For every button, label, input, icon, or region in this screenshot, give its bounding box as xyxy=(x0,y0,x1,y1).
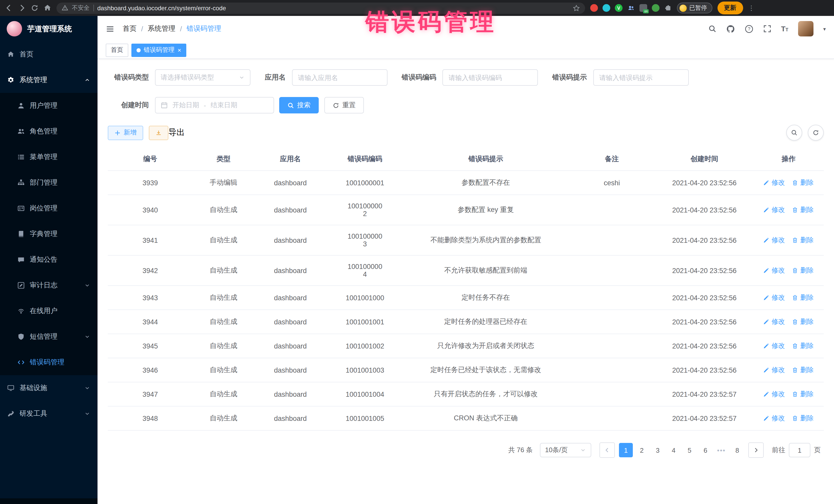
edit-link[interactable]: 修改 xyxy=(764,293,785,302)
sidebar-item-0[interactable]: 首页 xyxy=(0,42,97,67)
puzzle-extensions-icon[interactable] xyxy=(664,4,672,12)
tag-1[interactable]: 错误码管理× xyxy=(131,43,186,57)
date-range-picker[interactable]: 开始日期 - 结束日期 xyxy=(155,97,274,113)
extension-record-icon[interactable] xyxy=(590,4,598,12)
sidebar-item-7[interactable]: 字典管理 xyxy=(0,221,97,247)
sidebar-item-10[interactable]: 在线用户 xyxy=(0,298,97,324)
font-size-icon[interactable]: TT xyxy=(781,25,788,33)
extension-on-icon[interactable]: on xyxy=(639,4,647,12)
edit-link[interactable]: 修改 xyxy=(764,390,785,399)
filter-row-2: 创建时间 开始日期 - 结束日期 搜索 重置 xyxy=(108,97,824,113)
sidebar-item-1[interactable]: 系统管理 xyxy=(0,67,97,93)
edit-link[interactable]: 修改 xyxy=(764,266,785,275)
page-number-3[interactable]: 3 xyxy=(651,443,665,457)
page-number-4[interactable]: 4 xyxy=(667,443,681,457)
delete-link[interactable]: 删除 xyxy=(792,205,814,215)
cell-code: 1001001002 xyxy=(326,334,404,358)
browser-back-icon[interactable] xyxy=(5,4,13,12)
edit-link[interactable]: 修改 xyxy=(764,317,785,326)
sidebar-item-14[interactable]: 研发工具 xyxy=(0,401,97,426)
extension-v-icon[interactable]: V xyxy=(615,4,622,12)
fullscreen-icon[interactable] xyxy=(763,25,771,33)
edit-link[interactable]: 修改 xyxy=(764,178,785,187)
browser-menu-icon[interactable]: ⋮ xyxy=(748,4,755,12)
search-icon[interactable] xyxy=(708,25,717,33)
app-name-input[interactable] xyxy=(292,69,387,86)
browser-home-icon[interactable] xyxy=(44,4,51,12)
page-number-1[interactable]: 1 xyxy=(619,443,633,457)
delete-link[interactable]: 删除 xyxy=(792,236,814,245)
user-avatar[interactable] xyxy=(798,21,813,37)
sidebar-item-11[interactable]: 短信管理 xyxy=(0,324,97,350)
more-pages-icon[interactable]: ••• xyxy=(715,443,728,457)
sidebar-item-5[interactable]: 部门管理 xyxy=(0,170,97,196)
page-number-8[interactable]: 8 xyxy=(730,443,744,457)
edit-link[interactable]: 修改 xyxy=(764,236,785,245)
edit-icon xyxy=(764,180,770,186)
filter-type-label: 错误码类型 xyxy=(108,73,149,82)
add-button[interactable]: 新增 xyxy=(108,126,143,140)
export-button[interactable] xyxy=(149,126,168,140)
cell-id: 3943 xyxy=(108,286,193,310)
sidebar-item-6[interactable]: 岗位管理 xyxy=(0,196,97,221)
breadcrumb-item[interactable]: 系统管理 xyxy=(148,24,176,34)
delete-link[interactable]: 删除 xyxy=(792,341,814,351)
edit-link[interactable]: 修改 xyxy=(764,205,785,215)
delete-link[interactable]: 删除 xyxy=(792,390,814,399)
sidebar-item-9[interactable]: 审计日志 xyxy=(0,272,97,298)
breadcrumb-item[interactable]: 首页 xyxy=(123,24,136,34)
edit-link[interactable]: 修改 xyxy=(764,366,785,375)
refresh-table-button[interactable] xyxy=(808,125,824,140)
delete-link[interactable]: 删除 xyxy=(792,317,814,326)
page-number-6[interactable]: 6 xyxy=(699,443,712,457)
sidebar-item-13[interactable]: 基础设施 xyxy=(0,375,97,401)
extension-pin-icon[interactable] xyxy=(602,4,610,12)
extension-people-icon[interactable] xyxy=(627,4,635,12)
cell-actions: 修改删除 xyxy=(753,255,824,286)
delete-link[interactable]: 删除 xyxy=(792,414,814,423)
filter-type: 错误码类型 请选择错误码类型 xyxy=(108,69,250,86)
error-type-select[interactable]: 请选择错误码类型 xyxy=(155,69,250,86)
browser-update-button[interactable]: 更新 xyxy=(717,2,743,14)
sidebar-item-8[interactable]: 通知公告 xyxy=(0,247,97,272)
avatar-caret-icon[interactable]: ▾ xyxy=(823,26,826,31)
hamburger-icon[interactable] xyxy=(106,24,114,33)
github-icon[interactable] xyxy=(726,24,735,33)
table-row: 3943 自动生成 dashboard 1001001000 定时任务不存在 2… xyxy=(108,286,824,310)
plus-icon xyxy=(114,130,120,136)
next-page-button[interactable] xyxy=(748,442,764,458)
reset-button[interactable]: 重置 xyxy=(324,97,364,113)
help-icon[interactable]: ? xyxy=(745,24,753,33)
bookmark-star-icon[interactable] xyxy=(573,4,580,12)
browser-profile-chip[interactable]: 已暂停 xyxy=(677,3,712,13)
goto-page-input[interactable] xyxy=(789,443,810,457)
error-code-input[interactable] xyxy=(442,69,538,86)
error-hint-input[interactable] xyxy=(593,69,688,86)
delete-link[interactable]: 删除 xyxy=(792,178,814,187)
tag-0[interactable]: 首页 xyxy=(106,43,128,57)
edit-link[interactable]: 修改 xyxy=(764,414,785,423)
browser-reload-icon[interactable] xyxy=(31,4,39,12)
prev-page-button[interactable] xyxy=(599,442,615,458)
toggle-search-button[interactable] xyxy=(786,125,802,140)
delete-link[interactable]: 删除 xyxy=(792,293,814,302)
delete-link[interactable]: 删除 xyxy=(792,266,814,275)
search-button[interactable]: 搜索 xyxy=(279,97,319,113)
url-bar[interactable]: 不安全 dashboard.yudao.iocoder.cn/system/er… xyxy=(57,2,585,14)
breadcrumb-item[interactable]: 错误码管理 xyxy=(186,24,221,34)
edit-link[interactable]: 修改 xyxy=(764,341,785,351)
sidebar-item-3[interactable]: 角色管理 xyxy=(0,118,97,144)
page-number-2[interactable]: 2 xyxy=(635,443,649,457)
page-number-5[interactable]: 5 xyxy=(683,443,697,457)
sidebar-item-2[interactable]: 用户管理 xyxy=(0,93,97,118)
cell-id: 3948 xyxy=(108,406,193,430)
close-tag-icon[interactable]: × xyxy=(178,47,181,53)
book-icon xyxy=(18,231,25,238)
extension-green-icon[interactable] xyxy=(652,4,659,12)
browser-forward-icon[interactable] xyxy=(18,4,26,12)
page-size-select[interactable]: 10条/页 xyxy=(540,443,591,457)
sidebar-logo[interactable]: 芋道管理系统 xyxy=(0,16,97,42)
sidebar-item-4[interactable]: 菜单管理 xyxy=(0,144,97,170)
delete-link[interactable]: 删除 xyxy=(792,366,814,375)
sidebar-item-12[interactable]: 错误码管理 xyxy=(0,350,97,375)
